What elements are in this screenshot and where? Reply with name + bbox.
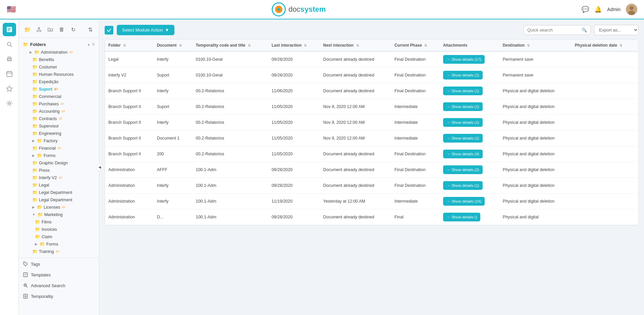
tree-item-commercial[interactable]: 📁 Commercial	[20, 93, 98, 100]
cell-document: Interfy	[154, 115, 193, 130]
tree-item-accounting[interactable]: 📁 Accounting 🏷	[20, 108, 98, 115]
show-details-button[interactable]: → Show details (1)	[443, 71, 483, 80]
sidebar-icon-documents[interactable]	[3, 23, 16, 36]
export-select[interactable]: Export as... Export as CSV Export as PDF…	[594, 25, 639, 35]
cell-destination: Physical and digital	[499, 209, 572, 225]
show-details-button[interactable]: → Show details (24)	[443, 197, 485, 206]
tree-item-administration[interactable]: ▶ 📁 Administration 🏷	[20, 49, 98, 56]
flag-icon[interactable]: 🇺🇸	[7, 5, 16, 14]
bell-icon[interactable]: 🔔	[594, 6, 602, 13]
sidebar-icon-search[interactable]	[3, 38, 16, 51]
tree-item-legal-dept-2[interactable]: 📁 Legal Department	[20, 196, 98, 203]
show-details-button[interactable]: → Show details (1)	[443, 134, 483, 143]
module-action-button[interactable]: Select Module Action ▼	[117, 25, 174, 35]
tree-item-costumer[interactable]: 📁 Costumer	[20, 63, 98, 70]
sort-last-icon[interactable]: ⇅	[304, 44, 307, 47]
folder-section-icon: 📁	[23, 42, 28, 47]
tree-item-financial[interactable]: 📁 Financial 🏷	[20, 145, 98, 152]
avatar[interactable]	[626, 4, 637, 15]
tree-item-suport[interactable]: 📁 Suport 🏷	[20, 86, 98, 93]
expand-icon: ▶	[35, 242, 38, 246]
sidebar-icon-print[interactable]	[3, 52, 16, 66]
tree-item-supervisor[interactable]: 📁 Supervisor	[20, 122, 98, 129]
tree-item-engineering[interactable]: 📁 Engineering	[20, 130, 98, 137]
show-details-button[interactable]: → Show details (1)	[443, 118, 483, 127]
search-box[interactable]: 🔍	[524, 25, 591, 35]
logo-system: system	[300, 5, 326, 13]
sidebar-icon-calendar[interactable]	[3, 67, 16, 81]
sort-phase-icon[interactable]: ⇅	[424, 44, 427, 47]
tree-item-contracts[interactable]: 📁 Contracts 🏷	[20, 115, 98, 122]
search-input[interactable]	[527, 28, 580, 33]
tags-section[interactable]: Tags	[19, 258, 99, 269]
cell-last-interaction: 11/05/2020	[268, 130, 320, 146]
tree-item-films[interactable]: 📁 Films	[20, 218, 98, 225]
tree-item-legal[interactable]: 📁 Legal	[20, 181, 98, 189]
tree-item-training[interactable]: 📁 Training 🏷	[20, 248, 98, 255]
tree-item-licenses[interactable]: ▶ 📁 Licenses 🏷	[20, 204, 98, 211]
tree-item-interfy-v2[interactable]: 📁 Interfy V2 🏷	[20, 174, 98, 181]
chat-icon[interactable]: 💬	[582, 6, 589, 13]
tree-item-purchases[interactable]: 📁 Purchases 🏷	[20, 100, 98, 107]
main-layout: 📁 🗑 ↻ ⇅ 📁 Folders ▲	[0, 19, 644, 315]
show-details-button[interactable]: → Show details (4)	[443, 150, 483, 158]
sort-next-icon[interactable]: ⇅	[356, 44, 359, 47]
sort-folder-icon[interactable]: ⇅	[123, 44, 126, 47]
cell-temporality: 100.1-Adm	[193, 194, 268, 209]
select-all-checkbox[interactable]	[105, 26, 113, 35]
sidebar-icon-star[interactable]	[3, 82, 16, 95]
sort-del-icon[interactable]: ⇅	[620, 44, 622, 47]
logo-dot	[277, 8, 280, 11]
tree-item-legal-dept-1[interactable]: 📁 Legal Department	[20, 189, 98, 196]
upload-btn[interactable]	[34, 25, 44, 34]
new-folder-btn[interactable]	[46, 25, 55, 34]
delete-btn[interactable]: 🗑	[57, 25, 66, 34]
show-details-button[interactable]: → Show details ()	[443, 213, 481, 221]
templates-section[interactable]: Templates	[19, 269, 99, 280]
show-details-button[interactable]: → Show details (1)	[443, 102, 483, 111]
tree-item-forms[interactable]: ▶ 📁 Forms	[20, 152, 98, 159]
sort-document-icon[interactable]: ⇅	[179, 44, 182, 47]
tree-item-marketing[interactable]: ▼ 📁 Marketing	[20, 211, 98, 218]
tree-item-human-resources[interactable]: 📁 Human Resources	[20, 71, 98, 78]
tree-item-claim[interactable]: 📁 Claim	[20, 233, 98, 240]
cell-deletion-date	[572, 209, 638, 225]
tree-item-invoices[interactable]: 📁 Invoices	[20, 226, 98, 233]
cell-folder: Administration	[105, 194, 154, 209]
sort-temp-icon[interactable]: ⇅	[248, 44, 251, 47]
col-deletion-date: Physical deletion date ⇅	[572, 40, 638, 51]
sidebar-icon-settings[interactable]	[3, 97, 16, 110]
svg-point-1	[630, 6, 634, 10]
show-details-label: Show details ()	[451, 215, 477, 219]
sort-btn[interactable]: ⇅	[86, 25, 95, 34]
arrow-icon: →	[446, 120, 450, 124]
show-details-button[interactable]: → Show details (2)	[443, 165, 483, 174]
tree-item-expedicao[interactable]: 📁 Expedição	[20, 78, 98, 85]
open-folder-btn[interactable]: 📁	[23, 25, 32, 34]
temporality-section[interactable]: Temporality	[19, 291, 99, 302]
cell-next-interaction: Document already destined	[320, 162, 391, 178]
advanced-search-section[interactable]: Advanced Search	[19, 280, 99, 291]
sort-dest-icon[interactable]: ⇅	[527, 44, 530, 47]
collapse-sidebar-btn[interactable]: ◀	[96, 164, 103, 171]
dropdown-icon: ▼	[165, 28, 169, 33]
top-navigation: 🇺🇸 docsystem 💬 🔔 Admin	[0, 0, 644, 19]
cell-next-interaction: Nov 8, 2020 12:00 AM	[320, 130, 391, 146]
tree-item-benefits[interactable]: 📁 Benefits	[20, 56, 98, 63]
cell-current-phase: Final Destination	[391, 146, 440, 162]
tree-item-forms-sub[interactable]: ▶ 📁 Forms	[20, 241, 98, 248]
tree-item-factory[interactable]: ▶ 📁 Factory	[20, 137, 98, 144]
cell-temporality: 0100.10-Geral	[193, 67, 268, 83]
cell-last-interaction: 11/05/2020	[268, 115, 320, 130]
arrow-icon: →	[446, 199, 450, 203]
tree-item-graphic-design[interactable]: 📁 Graphic Design	[20, 159, 98, 166]
cell-current-phase: Final Destination	[391, 83, 440, 99]
show-details-button[interactable]: → Show details (1)	[443, 87, 483, 95]
tree-item-press[interactable]: 📁 Press	[20, 167, 98, 174]
refresh-btn[interactable]: ↻	[68, 25, 78, 34]
temporality-icon	[23, 294, 28, 299]
cell-temporality: 00.2-Relatorios	[193, 146, 268, 162]
show-details-button[interactable]: → Show details (17)	[443, 55, 485, 64]
show-details-button[interactable]: → Show details (1)	[443, 181, 483, 190]
folders-section-header[interactable]: 📁 Folders ▲ ⇅	[19, 41, 99, 48]
